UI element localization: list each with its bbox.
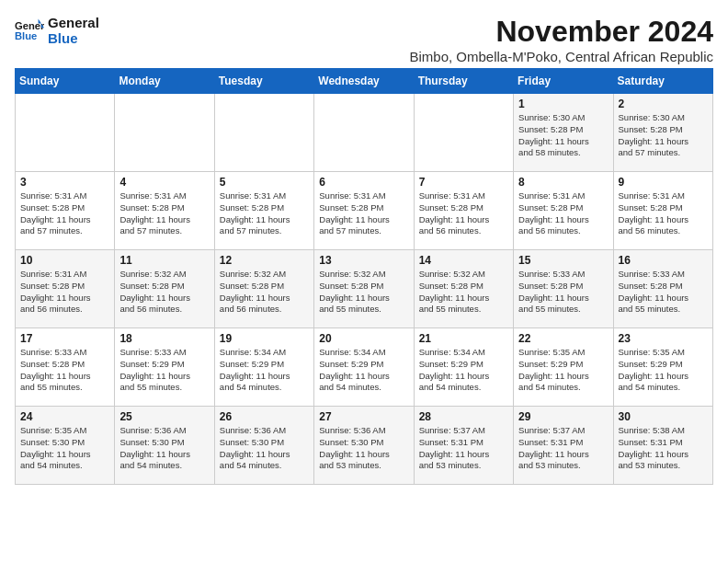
- day-number: 23: [619, 332, 708, 345]
- calendar-cell-w1-d7: 2Sunrise: 5:30 AM Sunset: 5:28 PM Daylig…: [613, 94, 712, 172]
- day-number: 19: [220, 332, 309, 345]
- day-number: 30: [619, 410, 708, 423]
- calendar-cell-w4-d3: 19Sunrise: 5:34 AM Sunset: 5:29 PM Dayli…: [214, 328, 313, 407]
- calendar-cell-w5-d6: 29Sunrise: 5:37 AM Sunset: 5:31 PM Dayli…: [514, 407, 613, 485]
- calendar-cell-w1-d2: [115, 94, 214, 172]
- day-info: Sunrise: 5:31 AM Sunset: 5:28 PM Dayligh…: [220, 190, 309, 237]
- calendar-cell-w3-d2: 11Sunrise: 5:32 AM Sunset: 5:28 PM Dayli…: [115, 250, 214, 328]
- day-info: Sunrise: 5:31 AM Sunset: 5:28 PM Dayligh…: [319, 190, 408, 237]
- week-row-4: 17Sunrise: 5:33 AM Sunset: 5:28 PM Dayli…: [16, 328, 713, 407]
- logo-icon: General Blue: [15, 17, 44, 43]
- day-number: 3: [20, 176, 109, 189]
- calendar-header: Sunday Monday Tuesday Wednesday Thursday…: [16, 69, 713, 94]
- day-number: 15: [518, 254, 608, 267]
- logo-line1: General: [48, 15, 99, 30]
- day-number: 10: [20, 254, 109, 267]
- week-row-1: 1Sunrise: 5:30 AM Sunset: 5:28 PM Daylig…: [16, 94, 713, 172]
- day-info: Sunrise: 5:36 AM Sunset: 5:30 PM Dayligh…: [220, 425, 309, 472]
- calendar-cell-w3-d6: 15Sunrise: 5:33 AM Sunset: 5:28 PM Dayli…: [514, 250, 613, 328]
- calendar-cell-w4-d4: 20Sunrise: 5:34 AM Sunset: 5:29 PM Dayli…: [314, 328, 414, 407]
- calendar-cell-w1-d4: [314, 94, 414, 172]
- calendar-cell-w4-d5: 21Sunrise: 5:34 AM Sunset: 5:29 PM Dayli…: [414, 328, 513, 407]
- day-number: 16: [619, 254, 708, 267]
- day-info: Sunrise: 5:34 AM Sunset: 5:29 PM Dayligh…: [419, 347, 508, 394]
- day-info: Sunrise: 5:30 AM Sunset: 5:28 PM Dayligh…: [619, 112, 708, 159]
- calendar-cell-w3-d4: 13Sunrise: 5:32 AM Sunset: 5:28 PM Dayli…: [314, 250, 414, 328]
- calendar-cell-w4-d2: 18Sunrise: 5:33 AM Sunset: 5:29 PM Dayli…: [115, 328, 214, 407]
- day-info: Sunrise: 5:33 AM Sunset: 5:28 PM Dayligh…: [20, 347, 109, 394]
- calendar-cell-w2-d3: 5Sunrise: 5:31 AM Sunset: 5:28 PM Daylig…: [214, 172, 313, 250]
- day-number: 17: [20, 332, 109, 345]
- day-number: 13: [319, 254, 408, 267]
- day-number: 4: [119, 176, 209, 189]
- header-friday: Friday: [514, 69, 613, 94]
- header-sunday: Sunday: [16, 69, 115, 94]
- calendar-cell-w2-d6: 8Sunrise: 5:31 AM Sunset: 5:28 PM Daylig…: [514, 172, 613, 250]
- calendar-cell-w2-d1: 3Sunrise: 5:31 AM Sunset: 5:28 PM Daylig…: [16, 172, 115, 250]
- calendar-cell-w3-d3: 12Sunrise: 5:32 AM Sunset: 5:28 PM Dayli…: [214, 250, 313, 328]
- day-info: Sunrise: 5:38 AM Sunset: 5:31 PM Dayligh…: [619, 425, 708, 472]
- day-info: Sunrise: 5:35 AM Sunset: 5:29 PM Dayligh…: [518, 347, 608, 394]
- day-info: Sunrise: 5:31 AM Sunset: 5:28 PM Dayligh…: [419, 190, 508, 237]
- day-info: Sunrise: 5:31 AM Sunset: 5:28 PM Dayligh…: [619, 190, 708, 237]
- day-info: Sunrise: 5:33 AM Sunset: 5:28 PM Dayligh…: [518, 269, 608, 316]
- day-number: 12: [220, 254, 309, 267]
- day-info: Sunrise: 5:32 AM Sunset: 5:28 PM Dayligh…: [319, 269, 408, 316]
- calendar-table: Sunday Monday Tuesday Wednesday Thursday…: [15, 68, 713, 485]
- day-info: Sunrise: 5:36 AM Sunset: 5:30 PM Dayligh…: [319, 425, 408, 472]
- calendar-title: November 2024: [410, 15, 714, 49]
- day-info: Sunrise: 5:34 AM Sunset: 5:29 PM Dayligh…: [220, 347, 309, 394]
- calendar-cell-w4-d7: 23Sunrise: 5:35 AM Sunset: 5:29 PM Dayli…: [613, 328, 712, 407]
- day-info: Sunrise: 5:37 AM Sunset: 5:31 PM Dayligh…: [518, 425, 608, 472]
- calendar-cell-w3-d5: 14Sunrise: 5:32 AM Sunset: 5:28 PM Dayli…: [414, 250, 513, 328]
- page-header: General Blue General Blue November 2024 …: [15, 15, 713, 64]
- day-info: Sunrise: 5:31 AM Sunset: 5:28 PM Dayligh…: [20, 269, 109, 316]
- day-info: Sunrise: 5:32 AM Sunset: 5:28 PM Dayligh…: [419, 269, 508, 316]
- header-saturday: Saturday: [613, 69, 712, 94]
- calendar-cell-w2-d5: 7Sunrise: 5:31 AM Sunset: 5:28 PM Daylig…: [414, 172, 513, 250]
- day-number: 2: [619, 98, 708, 110]
- calendar-cell-w3-d7: 16Sunrise: 5:33 AM Sunset: 5:28 PM Dayli…: [613, 250, 712, 328]
- calendar-cell-w5-d7: 30Sunrise: 5:38 AM Sunset: 5:31 PM Dayli…: [613, 407, 712, 485]
- day-info: Sunrise: 5:31 AM Sunset: 5:28 PM Dayligh…: [518, 190, 608, 237]
- day-info: Sunrise: 5:31 AM Sunset: 5:28 PM Dayligh…: [20, 190, 109, 237]
- day-number: 5: [220, 176, 309, 189]
- calendar-cell-w1-d6: 1Sunrise: 5:30 AM Sunset: 5:28 PM Daylig…: [514, 94, 613, 172]
- day-number: 7: [419, 176, 508, 189]
- header-wednesday: Wednesday: [314, 69, 414, 94]
- header-thursday: Thursday: [414, 69, 513, 94]
- day-number: 24: [20, 410, 109, 423]
- day-info: Sunrise: 5:35 AM Sunset: 5:29 PM Dayligh…: [619, 347, 708, 394]
- day-info: Sunrise: 5:31 AM Sunset: 5:28 PM Dayligh…: [119, 190, 209, 237]
- day-number: 25: [119, 410, 209, 423]
- calendar-subtitle: Bimbo, Ombella-M'Poko, Central African R…: [410, 49, 714, 64]
- day-number: 18: [119, 332, 209, 345]
- day-number: 8: [518, 176, 608, 189]
- day-number: 9: [619, 176, 708, 189]
- day-info: Sunrise: 5:30 AM Sunset: 5:28 PM Dayligh…: [518, 112, 608, 159]
- week-row-3: 10Sunrise: 5:31 AM Sunset: 5:28 PM Dayli…: [16, 250, 713, 328]
- day-number: 14: [419, 254, 508, 267]
- day-number: 1: [518, 98, 608, 110]
- day-number: 21: [419, 332, 508, 345]
- week-row-5: 24Sunrise: 5:35 AM Sunset: 5:30 PM Dayli…: [16, 407, 713, 485]
- calendar-cell-w4-d6: 22Sunrise: 5:35 AM Sunset: 5:29 PM Dayli…: [514, 328, 613, 407]
- week-row-2: 3Sunrise: 5:31 AM Sunset: 5:28 PM Daylig…: [16, 172, 713, 250]
- calendar-cell-w1-d1: [16, 94, 115, 172]
- day-number: 22: [518, 332, 608, 345]
- calendar-cell-w4-d1: 17Sunrise: 5:33 AM Sunset: 5:28 PM Dayli…: [16, 328, 115, 407]
- calendar-body: 1Sunrise: 5:30 AM Sunset: 5:28 PM Daylig…: [16, 94, 713, 485]
- day-info: Sunrise: 5:34 AM Sunset: 5:29 PM Dayligh…: [319, 347, 408, 394]
- day-number: 27: [319, 410, 408, 423]
- day-info: Sunrise: 5:32 AM Sunset: 5:28 PM Dayligh…: [119, 269, 209, 316]
- calendar-cell-w2-d4: 6Sunrise: 5:31 AM Sunset: 5:28 PM Daylig…: [314, 172, 414, 250]
- title-area: November 2024 Bimbo, Ombella-M'Poko, Cen…: [410, 15, 714, 64]
- logo-line2: Blue: [48, 30, 99, 46]
- day-info: Sunrise: 5:33 AM Sunset: 5:29 PM Dayligh…: [119, 347, 209, 394]
- day-info: Sunrise: 5:35 AM Sunset: 5:30 PM Dayligh…: [20, 425, 109, 472]
- day-number: 26: [220, 410, 309, 423]
- header-monday: Monday: [115, 69, 214, 94]
- calendar-cell-w5-d4: 27Sunrise: 5:36 AM Sunset: 5:30 PM Dayli…: [314, 407, 414, 485]
- calendar-cell-w2-d7: 9Sunrise: 5:31 AM Sunset: 5:28 PM Daylig…: [613, 172, 712, 250]
- calendar-cell-w5-d3: 26Sunrise: 5:36 AM Sunset: 5:30 PM Dayli…: [214, 407, 313, 485]
